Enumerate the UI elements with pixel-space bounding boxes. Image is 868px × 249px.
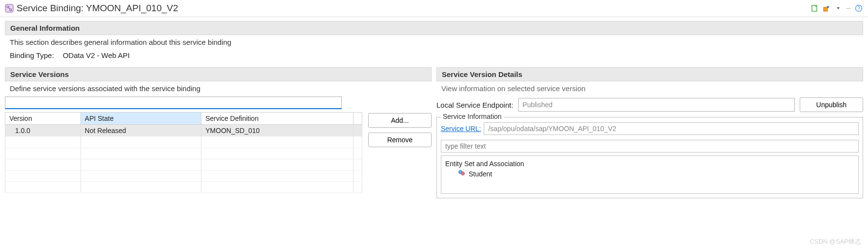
entity-tree[interactable]: Entity Set and Association Student xyxy=(441,155,859,194)
cell-service-def: YMOON_SD_010 xyxy=(201,125,354,137)
separator-icon: ⸺ xyxy=(846,5,851,12)
general-info-desc: This section describes general informati… xyxy=(5,35,863,48)
new-icon[interactable] xyxy=(810,4,819,13)
binding-type-label: Binding Type: xyxy=(10,51,54,59)
cell-api-state: Not Released xyxy=(80,125,201,137)
tree-item-student[interactable]: Student xyxy=(445,169,854,179)
general-info-header: General Information xyxy=(5,21,863,35)
dropdown-arrow-icon[interactable] xyxy=(834,4,843,13)
versions-filter-input[interactable] xyxy=(5,96,342,109)
tree-root-label[interactable]: Entity Set and Association xyxy=(445,159,854,169)
service-url-link[interactable]: Service URL: xyxy=(441,125,481,133)
service-versions-desc: Define service versions associated with … xyxy=(5,81,432,95)
tree-item-label: Student xyxy=(469,170,492,178)
endpoint-label: Local Service Endpoint: xyxy=(436,101,513,109)
tree-filter-input[interactable] xyxy=(441,140,859,153)
svg-rect-5 xyxy=(824,7,828,11)
svg-point-9 xyxy=(461,172,465,175)
svg-text:?: ? xyxy=(857,6,860,11)
link-icon[interactable] xyxy=(822,4,831,13)
versions-table[interactable]: Version API State Service Definition 1.0… xyxy=(5,112,362,193)
col-api-state[interactable]: API State xyxy=(80,113,201,125)
col-service-def[interactable]: Service Definition xyxy=(201,113,354,125)
col-version[interactable]: Version xyxy=(5,113,81,125)
service-versions-header: Service Versions xyxy=(5,67,432,81)
service-info-legend: Service Information xyxy=(441,113,504,120)
service-url-value xyxy=(484,122,859,135)
table-row[interactable]: 1.0.0 Not Released YMOON_SD_010 xyxy=(5,125,362,137)
details-desc: View information on selected service ver… xyxy=(436,81,863,95)
help-icon[interactable]: ? xyxy=(854,4,863,13)
entity-icon xyxy=(458,170,466,178)
cell-version: 1.0.0 xyxy=(5,125,81,137)
unpublish-button[interactable]: Unpublish xyxy=(800,97,863,112)
service-binding-icon xyxy=(5,4,14,13)
add-button[interactable]: Add... xyxy=(368,113,432,128)
page-title: Service Binding: YMOON_API_010_V2 xyxy=(17,3,810,14)
remove-button[interactable]: Remove xyxy=(368,133,432,147)
details-header: Service Version Details xyxy=(436,67,863,81)
col-spacer xyxy=(354,113,362,125)
endpoint-value xyxy=(518,98,795,112)
binding-type-value: OData V2 - Web API xyxy=(63,51,130,59)
